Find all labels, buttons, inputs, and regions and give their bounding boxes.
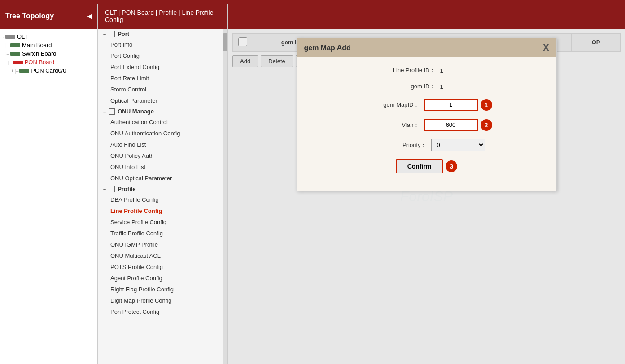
breadcrumb: OLT | PON Board | Profile | Line Profile… (98, 4, 227, 29)
switch-board-icon (10, 52, 20, 56)
switch-board-label: Switch Board (22, 50, 57, 57)
olt-icon (5, 35, 15, 39)
pon-board-expand-icon: - (5, 60, 7, 65)
sidebar-title-text: Tree Topology (5, 12, 54, 20)
port-expand-icon: – (103, 31, 106, 37)
right-content: gem ID gem MapID Vlan Priority OP Add De… (228, 29, 625, 364)
pon-card-label: PON Card0/0 (31, 67, 66, 74)
section-profile[interactable]: – Profile (98, 184, 223, 194)
nav-onu-info[interactable]: ONU Info List (98, 161, 223, 173)
nav-pots-profile[interactable]: POTS Profile Config (98, 261, 223, 273)
modal-gem-map-add: gem Map Add X Line Profile ID： 1 gem ID：… (297, 38, 557, 191)
gem-id-label: gem ID： (377, 82, 436, 91)
breadcrumb-text: OLT | PON Board | Profile | Line Profile… (105, 9, 220, 23)
nav-dba-profile[interactable]: DBA Profile Config (98, 194, 223, 205)
nav-right-flag[interactable]: Right Flag Profile Config (98, 284, 223, 295)
line-profile-id-value: 1 (440, 67, 476, 74)
tree-container: - OLT |– Main Board |– Switch Board - |– (0, 29, 97, 364)
section-profile-label: Profile (118, 186, 135, 192)
olt-label: OLT (17, 33, 28, 40)
pon-card-expand-icon: + (11, 68, 13, 74)
form-row-gem-id: gem ID： 1 (310, 82, 543, 91)
sidebar-collapse-icon[interactable]: ◀ (87, 13, 92, 20)
modal-title: gem Map Add (304, 44, 351, 52)
step-2-badge: 2 (481, 119, 492, 131)
nav-onu-optical[interactable]: ONU Optical Parameter (98, 173, 223, 184)
main-board-label: Main Board (22, 42, 52, 48)
onu-manage-items: Authentication Control ONU Authenticatio… (98, 117, 223, 184)
modal-header: gem Map Add X (297, 38, 556, 57)
olt-expand-icon: - (3, 34, 4, 40)
modal-close-button[interactable]: X (543, 43, 549, 53)
pon-card-icon (19, 69, 29, 73)
sidebar: Tree Topology ◀ - OLT |– Main Board |– S… (0, 4, 98, 364)
form-row-gem-mapid: gem MapID： 1 (310, 99, 543, 111)
nav-optical-param[interactable]: Optical Parameter (98, 95, 223, 106)
nav-onu-auth-config[interactable]: ONU Authentication Config (98, 128, 223, 139)
nav-port-rate[interactable]: Port Rate Limit (98, 73, 223, 84)
onu-manage-checkbox-icon (109, 108, 115, 115)
section-onu-manage-label: ONU Manage (118, 108, 154, 115)
step-3-badge: 3 (446, 160, 457, 172)
nav-auto-find[interactable]: Auto Find List (98, 139, 223, 150)
vlan-input[interactable] (424, 119, 478, 131)
gem-id-value: 1 (440, 83, 476, 90)
line-profile-id-label: Line Profile ID： (377, 66, 436, 74)
gem-mapid-input[interactable] (424, 99, 478, 111)
form-row-line-profile-id: Line Profile ID： 1 (310, 66, 543, 74)
nav-onu-igmp[interactable]: ONU IGMP Profile (98, 239, 223, 250)
nav-agent-profile[interactable]: Agent Profile Config (98, 273, 223, 284)
connector-2: |– (5, 51, 9, 56)
vlan-label: Vlan： (361, 121, 420, 129)
nav-digit-map[interactable]: Digit Map Profile Config (98, 295, 223, 306)
nav-onu-multicast[interactable]: ONU Multicast ACL (98, 250, 223, 261)
section-port[interactable]: – Port (98, 29, 223, 39)
middle-panel: OLT | PON Board | Profile | Line Profile… (98, 4, 228, 364)
nav-pon-protect[interactable]: Pon Protect Config (98, 306, 223, 317)
section-onu-manage[interactable]: – ONU Manage (98, 106, 223, 117)
section-port-label: Port (118, 30, 129, 37)
nav-line-profile[interactable]: Line Profile Config (98, 205, 223, 217)
nav-onu-policy[interactable]: ONU Policy Auth (98, 150, 223, 161)
step-1-badge: 1 (481, 99, 492, 111)
pon-board-label: PON Board (25, 59, 54, 65)
nav-service-profile[interactable]: Service Profile Config (98, 217, 223, 228)
priority-select[interactable]: 0 1 2 3 4 5 6 7 (431, 139, 485, 151)
profile-checkbox-icon (109, 186, 115, 192)
tree-item-pon-card[interactable]: + |– PON Card0/0 (0, 66, 97, 75)
confirm-button[interactable]: Confirm (396, 159, 443, 173)
port-items: Port Info Port Config Port Extend Config… (98, 39, 223, 106)
modal-body: Line Profile ID： 1 gem ID： 1 gem MapID： (297, 57, 556, 191)
tree-item-main-board[interactable]: |– Main Board (0, 41, 97, 49)
tree-item-pon-board[interactable]: - |– PON Board (0, 58, 97, 66)
form-row-priority: Priority： 0 1 2 3 4 5 6 7 (310, 139, 543, 151)
main-board-icon (10, 43, 20, 47)
nav-storm-control[interactable]: Storm Control (98, 84, 223, 95)
profile-expand-icon: – (103, 186, 106, 192)
sidebar-title: Tree Topology ◀ (0, 4, 97, 29)
form-row-confirm: Confirm 3 (310, 159, 543, 173)
priority-label: Priority： (368, 141, 427, 149)
nav-port-info[interactable]: Port Info (98, 39, 223, 50)
connector-1: |– (5, 43, 9, 48)
nav-port-extend[interactable]: Port Extend Config (98, 61, 223, 73)
right-header (228, 4, 625, 29)
nav-scroll: – Port Port Info Port Config Port Extend… (98, 29, 223, 364)
right-panel: gem ID gem MapID Vlan Priority OP Add De… (228, 4, 625, 364)
connector-4: |– (14, 68, 18, 74)
tree-item-switch-board[interactable]: |– Switch Board (0, 49, 97, 58)
pon-board-icon (13, 61, 23, 64)
nav-traffic-profile[interactable]: Traffic Profile Config (98, 228, 223, 239)
form-row-vlan: Vlan： 2 (310, 119, 543, 131)
tree-item-olt[interactable]: - OLT (0, 32, 97, 41)
modal-overlay: gem Map Add X Line Profile ID： 1 gem ID：… (228, 29, 625, 364)
profile-items: DBA Profile Config Line Profile Config S… (98, 194, 223, 317)
port-checkbox-icon (109, 31, 115, 37)
scrollbar-thumb[interactable] (223, 33, 227, 51)
nav-auth-control[interactable]: Authentication Control (98, 117, 223, 128)
onu-manage-expand-icon: – (103, 109, 106, 114)
gem-mapid-label: gem MapID： (361, 101, 420, 109)
nav-port-config[interactable]: Port Config (98, 50, 223, 61)
connector-3: |– (8, 60, 12, 65)
scrollbar-track[interactable] (223, 29, 227, 364)
